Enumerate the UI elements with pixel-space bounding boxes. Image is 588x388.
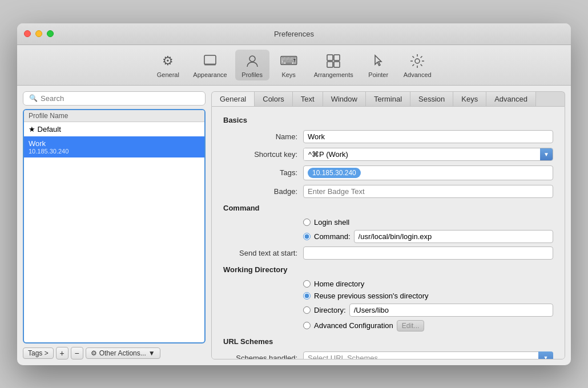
- command-section-title: Command: [223, 204, 553, 212]
- name-label: Name:: [223, 132, 297, 141]
- toolbar-keys-label: Keys: [281, 71, 295, 78]
- toolbar-pointer[interactable]: Pointer: [361, 50, 396, 80]
- toolbar-advanced[interactable]: Advanced: [398, 50, 437, 80]
- panel-content: Basics Name: Shortcut key: ^⌘P (Work) ▼: [211, 106, 565, 359]
- badge-field: [303, 185, 553, 198]
- tab-window[interactable]: Window: [323, 92, 366, 106]
- close-button[interactable]: [24, 30, 31, 37]
- advanced-config-radio[interactable]: [303, 322, 311, 329]
- titlebar: Preferences: [17, 23, 571, 45]
- reuse-session-row: Reuse previous session's directory: [303, 292, 553, 300]
- window-title: Preferences: [274, 30, 314, 38]
- command-label: Command:: [314, 232, 351, 241]
- command-input[interactable]: [354, 230, 553, 243]
- home-dir-row: Home directory: [303, 280, 553, 288]
- toolbar-keys[interactable]: ⌨ Keys: [272, 50, 306, 80]
- command-row: Command:: [303, 230, 553, 243]
- profile-list-header: Profile Name: [24, 110, 204, 122]
- tab-text[interactable]: Text: [293, 92, 323, 106]
- svg-point-2: [249, 56, 255, 62]
- shortcut-label: Shortcut key:: [223, 150, 297, 159]
- add-profile-button[interactable]: +: [56, 347, 69, 359]
- shortcut-row: Shortcut key: ^⌘P (Work) ▼: [223, 148, 553, 161]
- toolbar-profiles-label: Profiles: [241, 71, 263, 78]
- send-text-input[interactable]: [303, 246, 553, 260]
- login-shell-label: Login shell: [314, 218, 349, 227]
- tab-keys[interactable]: Keys: [453, 92, 486, 106]
- schemes-select[interactable]: [303, 351, 553, 359]
- tags-button[interactable]: Tags >: [23, 347, 54, 359]
- name-field: [303, 130, 553, 143]
- maximize-button[interactable]: [47, 30, 54, 37]
- toolbar-appearance[interactable]: Appearance: [187, 50, 232, 80]
- url-schemes-section-title: URL Schemes: [223, 337, 553, 346]
- badge-label: Badge:: [223, 187, 297, 196]
- svg-rect-6: [334, 62, 340, 67]
- directory-input[interactable]: [349, 304, 553, 317]
- shortcut-dropdown-btn[interactable]: ▼: [540, 148, 553, 160]
- advanced-config-label: Advanced Configuration: [314, 321, 393, 330]
- tab-bar: General Colors Text Window Terminal Sess…: [211, 91, 565, 106]
- badge-row: Badge:: [223, 185, 553, 198]
- home-dir-radio[interactable]: [303, 280, 311, 288]
- reuse-session-label: Reuse previous session's directory: [314, 292, 428, 300]
- main-panel: General Colors Text Window Terminal Sess…: [211, 91, 565, 359]
- edit-button[interactable]: Edit...: [397, 320, 425, 332]
- tag-badge: 10.185.30.240: [308, 168, 361, 178]
- tags-row: Tags: 10.185.30.240: [223, 165, 553, 180]
- gear-icon: ⚙: [91, 349, 97, 357]
- shortcut-field: ^⌘P (Work) ▼: [303, 148, 553, 161]
- toolbar-advanced-label: Advanced: [404, 71, 432, 78]
- command-radio[interactable]: [303, 233, 311, 240]
- schemes-label: Schemes handled:: [223, 354, 297, 359]
- tags-container[interactable]: 10.185.30.240: [303, 165, 553, 180]
- toolbar-general-label: General: [157, 71, 179, 78]
- svg-rect-0: [204, 55, 216, 64]
- directory-radio[interactable]: [303, 306, 311, 314]
- svg-rect-3: [327, 55, 333, 60]
- profile-item-work[interactable]: Work 10.185.30.240: [24, 136, 204, 157]
- remove-profile-button[interactable]: −: [71, 347, 83, 359]
- minimize-button[interactable]: [35, 30, 42, 37]
- profile-default-name: ★ Default: [29, 125, 200, 134]
- svg-rect-4: [334, 55, 340, 60]
- search-input[interactable]: [41, 94, 199, 103]
- tab-terminal[interactable]: Terminal: [366, 92, 410, 106]
- toolbar: ⚙ General Appearance Profiles ⌨ Keys Arr…: [17, 45, 571, 86]
- svg-rect-1: [204, 63, 216, 66]
- name-input[interactable]: [303, 130, 553, 143]
- working-dir-section-title: Working Directory: [223, 265, 553, 274]
- send-text-row: Send text at start:: [223, 246, 553, 260]
- search-icon: 🔍: [29, 94, 38, 102]
- toolbar-arrangements[interactable]: Arrangements: [308, 50, 359, 80]
- home-dir-label: Home directory: [314, 280, 364, 288]
- sidebar: 🔍 Profile Name ★ Default Work 10.185.30.…: [23, 91, 206, 359]
- tab-session[interactable]: Session: [410, 92, 453, 106]
- advanced-config-row: Advanced Configuration Edit...: [303, 320, 553, 332]
- profile-work-name: Work: [29, 139, 200, 148]
- content-area: 🔍 Profile Name ★ Default Work 10.185.30.…: [17, 86, 571, 365]
- keys-icon: ⌨: [280, 52, 298, 70]
- search-box: 🔍: [23, 91, 206, 106]
- reuse-session-radio[interactable]: [303, 292, 311, 300]
- toolbar-profiles[interactable]: Profiles: [235, 50, 269, 80]
- schemes-row: Schemes handled: Select URL Schemes...: [223, 351, 553, 359]
- tab-general[interactable]: General: [212, 92, 255, 106]
- other-actions-arrow: ▼: [148, 349, 155, 357]
- badge-input[interactable]: [303, 185, 553, 198]
- send-text-label: Send text at start:: [223, 249, 297, 257]
- shortcut-value: ^⌘P (Work): [304, 148, 540, 160]
- schemes-select-wrapper: Select URL Schemes...: [303, 351, 553, 359]
- profile-item-default[interactable]: ★ Default: [24, 122, 204, 136]
- toolbar-general[interactable]: ⚙ General: [151, 50, 185, 80]
- sidebar-actions: Tags > + − ⚙ Other Actions... ▼: [23, 347, 206, 359]
- svg-point-7: [415, 59, 420, 63]
- directory-label: Directory:: [314, 306, 346, 314]
- directory-row: Directory:: [303, 304, 553, 317]
- traffic-lights: [24, 30, 54, 37]
- appearance-icon: [201, 52, 219, 70]
- tab-colors[interactable]: Colors: [255, 92, 293, 106]
- login-shell-radio[interactable]: [303, 219, 311, 226]
- tab-advanced[interactable]: Advanced: [486, 92, 536, 106]
- other-actions-button[interactable]: ⚙ Other Actions... ▼: [86, 347, 160, 359]
